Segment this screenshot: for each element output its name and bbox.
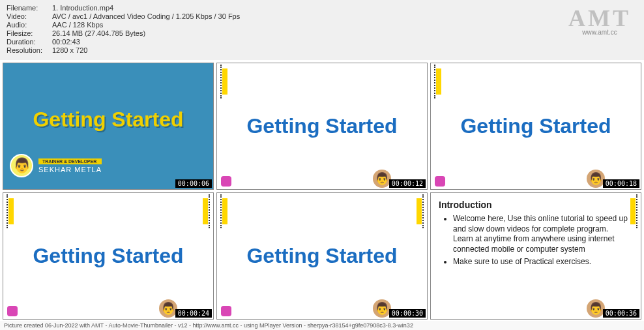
value-audio: AAC / 128 Kbps <box>52 21 103 29</box>
thumbnail-2: Getting Started 👨 00:00:12 <box>216 63 428 190</box>
timestamp: 00:00:24 <box>175 309 212 318</box>
decoration-icon <box>417 198 422 224</box>
watermark-logo: AMT <box>568 7 631 30</box>
slide-title: Getting Started <box>33 108 183 132</box>
label-video: Video: <box>7 12 52 20</box>
thumbnail-6: Introduction Welcome here, Use this onli… <box>430 192 641 320</box>
bullet-list: Welcome here, Use this online tutorial t… <box>439 214 633 267</box>
label-duration: Duration: <box>7 38 52 46</box>
presenter-icon: 👨 <box>159 299 177 318</box>
presenter-icon: 👨 <box>373 299 391 318</box>
presenter-role: TRAINER & DEVELOPER <box>38 158 102 164</box>
decoration-icon <box>222 198 227 224</box>
presenter-block: 👨 TRAINER & DEVELOPER SEKHAR METLA <box>10 154 102 177</box>
slide-title: Getting Started <box>246 244 397 268</box>
badge-icon <box>221 176 231 187</box>
presenter-icon: 👨 <box>587 170 605 188</box>
timestamp: 00:00:18 <box>603 179 639 188</box>
watermark: AMT www.amt.cc <box>568 7 631 36</box>
metadata-header: Filename:1. Introduction.mp4 Video:AVC /… <box>0 0 644 60</box>
timestamp: 00:00:30 <box>389 309 426 318</box>
timestamp: 00:00:12 <box>389 179 426 188</box>
value-video: AVC / avc1 / Advanced Video Coding / 1.2… <box>52 12 240 20</box>
decoration-icon <box>8 198 14 224</box>
decoration-icon <box>436 68 441 95</box>
thumbnail-1: Getting Started 👨 TRAINER & DEVELOPER SE… <box>3 63 214 190</box>
footer-text: Picture created 06-Jun-2022 with AMT - A… <box>0 321 644 330</box>
bullet-item: Welcome here, Use this online tutorial t… <box>453 214 633 254</box>
slide-title: Getting Started <box>33 244 183 268</box>
slide-title: Getting Started <box>246 114 397 138</box>
presenter-icon: 👨 <box>587 299 605 318</box>
avatar-icon: 👨 <box>10 154 33 177</box>
decoration-icon <box>222 68 227 95</box>
slide-title: Getting Started <box>460 114 611 138</box>
thumbnail-3: Getting Started 👨 00:00:18 <box>430 63 641 190</box>
badge-icon <box>221 306 231 316</box>
label-filename: Filename: <box>7 4 52 12</box>
presenter-icon: 👨 <box>373 170 391 188</box>
badge-icon <box>435 176 445 187</box>
thumbnail-grid: Getting Started 👨 TRAINER & DEVELOPER SE… <box>0 60 644 322</box>
decoration-icon <box>630 198 636 224</box>
badge-icon <box>7 306 18 316</box>
thumbnail-4: Getting Started 👨 00:00:24 <box>3 192 214 320</box>
label-resolution: Resolution: <box>7 46 52 54</box>
slide-heading: Introduction <box>439 200 633 210</box>
timestamp: 00:00:06 <box>175 179 212 188</box>
timestamp: 00:00:36 <box>603 309 639 318</box>
label-audio: Audio: <box>7 21 52 29</box>
bullet-item: Make sure to use of Practical exercises. <box>453 257 633 267</box>
thumbnail-5: Getting Started 👨 00:00:30 <box>216 192 428 320</box>
value-resolution: 1280 x 720 <box>52 46 87 54</box>
presenter-name: SEKHAR METLA <box>38 166 102 173</box>
value-filename: 1. Introduction.mp4 <box>52 4 113 12</box>
label-filesize: Filesize: <box>7 29 52 37</box>
value-filesize: 26.14 MB (27.404.785 Bytes) <box>52 29 145 37</box>
decoration-icon <box>203 198 208 224</box>
value-duration: 00:02:43 <box>52 38 80 46</box>
